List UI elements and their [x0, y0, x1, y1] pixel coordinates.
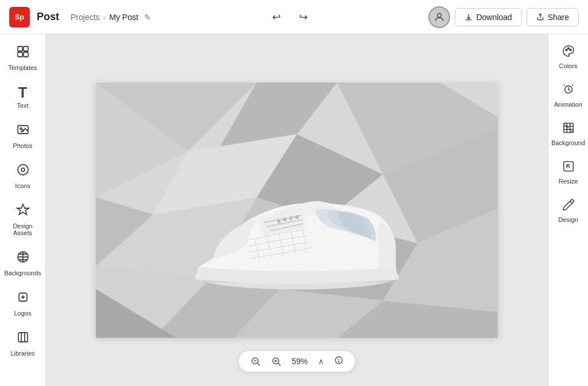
design-icon: [562, 198, 575, 214]
sidebar-item-libraries[interactable]: Libraries: [2, 325, 44, 362]
svg-rect-2: [18, 46, 22, 51]
photos-icon: [16, 123, 30, 140]
app-title: Post: [37, 11, 59, 23]
svg-rect-5: [24, 52, 28, 57]
breadcrumb-separator: ›: [103, 13, 106, 22]
breadcrumb-root[interactable]: Projects: [71, 13, 100, 22]
zoom-level: 59%: [289, 357, 310, 366]
download-icon: [465, 13, 473, 21]
sidebar-item-text[interactable]: T Text: [2, 79, 44, 115]
left-sidebar: Templates T Text Photos: [0, 34, 46, 386]
text-icon: T: [18, 85, 28, 100]
svg-point-42: [283, 217, 287, 221]
backgrounds-icon: [16, 250, 30, 267]
header-right: Download Share: [428, 6, 579, 28]
svg-point-57: [570, 49, 571, 51]
right-item-background[interactable]: Background: [550, 116, 587, 152]
sidebar-item-icons[interactable]: Icons: [2, 157, 44, 195]
zoom-in-button[interactable]: [269, 355, 284, 368]
backgrounds-label: Backgrounds: [4, 270, 41, 276]
svg-point-56: [567, 48, 569, 49]
design-label: Design: [558, 216, 578, 223]
svg-rect-4: [18, 52, 22, 57]
zoom-dropdown-button[interactable]: ∧: [316, 356, 326, 367]
libraries-icon: [16, 330, 30, 348]
design-assets-icon: [16, 203, 30, 220]
background-label: Background: [551, 139, 585, 146]
breadcrumb-current: My Post: [109, 13, 138, 22]
templates-label: Templates: [8, 64, 37, 71]
download-button[interactable]: Download: [455, 8, 521, 26]
libraries-label: Libraries: [10, 350, 34, 357]
animation-icon: [562, 83, 575, 99]
canvas-frame: [96, 83, 498, 338]
svg-point-7: [20, 128, 22, 130]
zoom-info-button[interactable]: [332, 354, 346, 368]
app-logo: Sp: [9, 7, 30, 28]
sidebar-item-logos[interactable]: Logos: [2, 284, 44, 322]
logos-label: Logos: [14, 310, 32, 317]
colors-icon: [562, 45, 575, 60]
svg-point-54: [338, 361, 339, 362]
right-item-design[interactable]: Design: [550, 193, 587, 229]
main-area: Templates T Text Photos: [0, 34, 588, 386]
background-icon: [562, 122, 575, 137]
text-label: Text: [17, 102, 28, 109]
right-sidebar: Colors Animation Background: [548, 34, 588, 386]
right-item-colors[interactable]: Colors: [550, 39, 587, 75]
svg-point-8: [18, 165, 28, 175]
svg-rect-14: [18, 333, 28, 342]
svg-rect-3: [24, 46, 28, 51]
svg-line-51: [278, 363, 281, 366]
avatar-button[interactable]: [428, 6, 450, 28]
share-icon: [536, 13, 544, 21]
resize-icon: [562, 160, 575, 176]
header-center: ↩ ↪: [158, 7, 422, 27]
header: Sp Post Projects › My Post ✎ ↩ ↪ Downloa…: [0, 0, 588, 34]
icons-icon: [16, 163, 30, 180]
sidebar-item-design-assets[interactable]: Design Assets: [2, 197, 44, 242]
edit-title-icon[interactable]: ✎: [144, 13, 151, 22]
icons-label: Icons: [15, 182, 30, 189]
share-button[interactable]: Share: [527, 8, 579, 26]
zoom-out-button[interactable]: [248, 355, 263, 368]
colors-label: Colors: [559, 63, 578, 69]
svg-point-43: [289, 216, 292, 220]
svg-point-41: [277, 219, 281, 223]
breadcrumb: Projects › My Post ✎: [71, 13, 151, 22]
design-assets-label: Design Assets: [7, 223, 39, 236]
animation-label: Animation: [554, 101, 582, 108]
zoom-bar: 59% ∧: [238, 350, 355, 372]
canvas-area[interactable]: 59% ∧: [46, 34, 548, 386]
right-item-animation[interactable]: Animation: [550, 77, 587, 114]
right-item-resize[interactable]: Resize: [550, 154, 587, 190]
redo-button[interactable]: ↪: [295, 7, 312, 27]
svg-point-55: [565, 49, 567, 51]
svg-line-47: [257, 363, 260, 366]
svg-point-44: [295, 215, 299, 219]
svg-point-0: [438, 13, 442, 17]
sidebar-item-backgrounds[interactable]: Backgrounds: [2, 244, 44, 282]
undo-button[interactable]: ↩: [268, 7, 285, 27]
sidebar-item-photos[interactable]: Photos: [2, 117, 44, 155]
sidebar-item-templates[interactable]: Templates: [2, 39, 44, 77]
photos-label: Photos: [13, 142, 32, 149]
shoe-image: [159, 124, 435, 297]
svg-point-9: [21, 168, 25, 171]
templates-icon: [16, 45, 30, 62]
logos-icon: [16, 290, 30, 307]
resize-label: Resize: [559, 178, 578, 185]
svg-line-59: [563, 123, 573, 133]
